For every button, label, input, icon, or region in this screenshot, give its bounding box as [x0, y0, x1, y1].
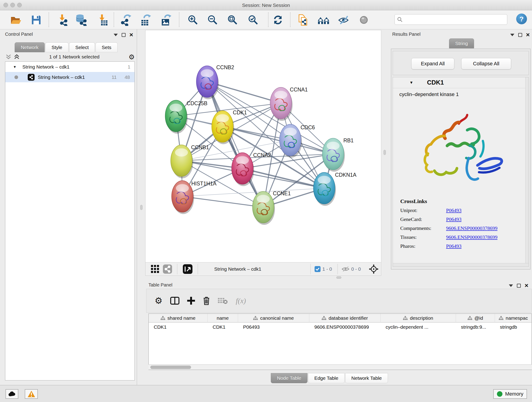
column-header-name[interactable]: name — [208, 314, 238, 322]
network-edge-HIST1H1A-CCNE1[interactable] — [182, 196, 263, 207]
grid-view-button[interactable] — [150, 264, 161, 274]
cell-description[interactable]: cyclin–dependent ... — [380, 322, 456, 332]
search-field[interactable] — [394, 14, 507, 25]
table-settings-gear-icon[interactable]: ⚙ — [155, 296, 162, 306]
results-horizontal-scrollbar[interactable] — [393, 263, 529, 267]
tab-select[interactable]: Select — [69, 42, 95, 52]
vertical-splitter-handle[interactable] — [384, 150, 386, 155]
tab-string[interactable]: String — [449, 38, 474, 48]
search-input[interactable] — [404, 17, 505, 22]
show-columns-icon[interactable] — [170, 297, 179, 305]
panel-menu-icon[interactable] — [509, 284, 513, 287]
network-node-HIST1H1A[interactable] — [172, 181, 194, 214]
panel-menu-icon[interactable] — [114, 34, 118, 36]
zoom-in-button[interactable] — [186, 13, 200, 27]
collection-expand-icon[interactable]: ▼ — [13, 65, 17, 69]
network-node-RB1[interactable] — [322, 138, 345, 172]
export-image-button[interactable] — [159, 13, 173, 27]
collection-row[interactable]: ▼ String Network – cdk1 1 — [5, 62, 134, 72]
cell-canonical-name[interactable]: P06493 — [238, 322, 309, 332]
import-network-file-button[interactable] — [56, 13, 69, 27]
checkbox-icon[interactable] — [315, 266, 321, 272]
horizontal-splitter-handle[interactable] — [336, 276, 341, 279]
column-header-canonical-name[interactable]: canonical name — [238, 314, 309, 322]
crosslink-compartments-link[interactable]: 9606.ENSP00000378699 — [446, 225, 497, 231]
column-header-shared-name[interactable]: shared name — [149, 314, 208, 322]
show-all-button[interactable] — [357, 13, 371, 27]
network-row-selected[interactable]: String Network – cdk1 11 48 — [5, 72, 134, 82]
hidden-eye-icon[interactable] — [342, 266, 349, 272]
expand-all-button[interactable]: Expand All — [411, 58, 454, 70]
string-view-button[interactable] — [162, 264, 173, 274]
tab-style[interactable]: Style — [45, 42, 69, 52]
float-panel-icon[interactable] — [518, 33, 522, 37]
import-network-database-button[interactable] — [74, 13, 88, 27]
collapse-all-icon[interactable] — [5, 53, 12, 60]
close-panel-icon[interactable]: × — [525, 283, 528, 288]
network-node-CDC25B[interactable] — [165, 100, 188, 134]
import-table-button[interactable] — [95, 13, 109, 27]
collapse-entry-icon[interactable]: ▼ — [409, 80, 413, 85]
export-network-button[interactable] — [119, 13, 133, 27]
tab-edge-table[interactable]: Edge Table — [308, 373, 345, 383]
clone-network-button[interactable] — [297, 13, 310, 27]
add-column-icon[interactable] — [187, 297, 195, 305]
fit-selected-button[interactable] — [368, 264, 379, 274]
collapse-all-button[interactable]: Collapse All — [461, 58, 511, 70]
network-canvas[interactable]: CCNB2CCNA1CDC25BCDK1CDC6RB1CCNB1CCNA2CDK… — [146, 30, 381, 262]
export-table-button[interactable] — [139, 13, 152, 27]
vertical-splitter-handle[interactable] — [140, 205, 143, 210]
crosslink-genecard-link[interactable]: P06493 — [446, 216, 462, 222]
cell-namespace[interactable]: stringdb — [495, 322, 532, 332]
zoom-selected-button[interactable] — [246, 13, 260, 27]
tab-node-table[interactable]: Node Table — [271, 373, 307, 383]
cell-name[interactable]: CDK1 — [208, 322, 238, 332]
cell-shared-name[interactable]: CDK1 — [149, 322, 208, 332]
first-neighbors-button[interactable] — [317, 13, 331, 27]
open-session-button[interactable] — [9, 13, 23, 27]
cell-id[interactable]: stringdb:9... — [456, 322, 495, 332]
protein-entry-header[interactable]: ▼ CDK1 — [393, 77, 529, 88]
results-vertical-scrollbar[interactable] — [525, 77, 529, 267]
crosslinks-section: CrossLinks Uniprot: P06493 GeneCard: P06… — [400, 198, 497, 249]
tab-network[interactable]: Network — [15, 42, 45, 52]
birds-eye-view-button[interactable] — [182, 264, 193, 274]
crosslink-tissues-link[interactable]: 9606.ENSP00000378699 — [446, 234, 497, 240]
gear-icon[interactable]: ⚙ — [128, 53, 135, 61]
save-session-button[interactable] — [29, 13, 43, 27]
tab-network-table[interactable]: Network Table — [345, 373, 388, 383]
warnings-button[interactable] — [25, 389, 38, 399]
cell-database-identifier[interactable]: 9606.ENSP00000378699 — [309, 322, 380, 332]
network-edge-CCNB2-CCNE1[interactable] — [207, 82, 263, 207]
zoom-fit-button[interactable] — [226, 13, 239, 27]
memory-status-button[interactable]: Memory — [493, 389, 527, 399]
network-node-CCNB2[interactable] — [196, 66, 219, 99]
tab-sets[interactable]: Sets — [95, 42, 118, 52]
column-header-id[interactable]: @id — [456, 314, 495, 322]
function-builder-button[interactable]: f(x) — [236, 297, 246, 305]
close-panel-icon[interactable]: × — [526, 32, 530, 37]
panel-menu-icon[interactable] — [510, 34, 514, 36]
cloud-status-button[interactable] — [6, 389, 18, 399]
scrollbar-thumb[interactable] — [150, 366, 191, 369]
float-panel-icon[interactable] — [122, 33, 126, 37]
network-node-CDC6[interactable] — [279, 124, 302, 158]
zoom-out-button[interactable] — [206, 13, 220, 27]
column-header-description[interactable]: description — [380, 314, 456, 322]
network-node-CCNB1[interactable] — [171, 145, 193, 178]
delete-column-trash-icon[interactable] — [203, 296, 210, 305]
expand-all-icon[interactable] — [13, 53, 20, 60]
crosslink-pharos-link[interactable]: P06493 — [446, 243, 462, 249]
crosslink-uniprot-link[interactable]: P06493 — [446, 207, 462, 213]
refresh-button[interactable] — [271, 13, 285, 27]
table-row[interactable]: CDK1 CDK1 P06493 9606.ENSP00000378699 cy… — [149, 322, 532, 332]
column-header-database-identifier[interactable]: database identifier — [309, 314, 380, 322]
network-node-CDKN1A[interactable] — [313, 172, 336, 206]
column-header-namespace[interactable]: namespac — [495, 314, 532, 322]
table-horizontal-scrollbar[interactable] — [148, 364, 532, 370]
hide-selected-button[interactable] — [337, 13, 351, 27]
close-panel-icon[interactable]: × — [129, 32, 133, 37]
network-node-CCNE1[interactable] — [253, 191, 275, 225]
float-panel-icon[interactable] — [517, 284, 521, 288]
help-button[interactable]: ? — [516, 13, 527, 24]
